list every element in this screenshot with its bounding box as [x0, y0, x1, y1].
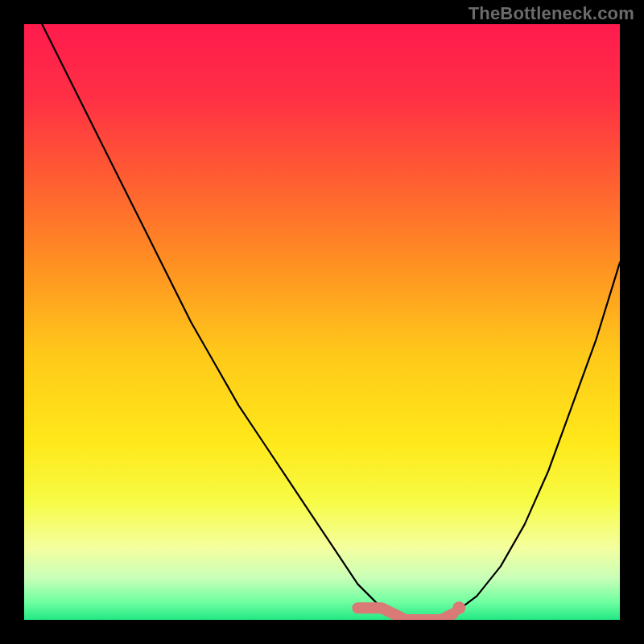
- highlight-dot: [452, 601, 465, 614]
- plot-area: [24, 24, 620, 620]
- bottleneck-curve: [24, 24, 620, 620]
- flat-bottom-highlight: [357, 608, 452, 620]
- curve-layer: [24, 24, 620, 620]
- chart-frame: TheBottleneck.com: [0, 0, 644, 644]
- attribution-text: TheBottleneck.com: [469, 3, 634, 24]
